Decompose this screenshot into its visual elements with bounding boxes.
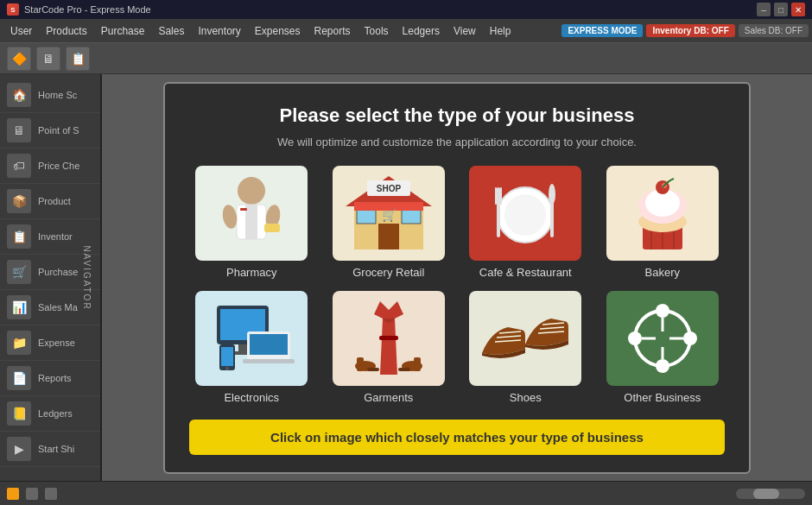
- menu-ledgers[interactable]: Ledgers: [396, 22, 447, 41]
- sales-db-badge: Sales DB: OFF: [739, 24, 809, 37]
- inventory-icon: 📋: [7, 224, 31, 249]
- svg-point-58: [656, 359, 669, 373]
- sidebar-label-purchase: Purchase: [38, 267, 78, 277]
- svg-rect-9: [378, 224, 399, 249]
- business-item-garments[interactable]: Garments: [327, 291, 452, 404]
- status-badges: EXPRESS MODE Inventory DB: OFF Sales DB:…: [561, 24, 809, 37]
- business-item-other[interactable]: Other Business: [600, 291, 726, 404]
- minimize-button[interactable]: –: [757, 3, 771, 16]
- business-item-shoes[interactable]: Shoes: [463, 291, 588, 404]
- pos-icon: 🖥: [7, 118, 31, 142]
- business-img-cafe: [469, 166, 581, 261]
- menu-view[interactable]: View: [447, 22, 483, 41]
- svg-rect-20: [500, 187, 502, 205]
- business-item-electronics[interactable]: Electronics: [189, 291, 314, 404]
- business-img-electronics: [195, 291, 308, 386]
- dialog-subtitle: We will optimize and customize the appli…: [189, 136, 725, 148]
- sidebar-label-sales: Sales Ma: [38, 302, 78, 312]
- svg-rect-42: [379, 336, 398, 340]
- menu-help[interactable]: Help: [483, 22, 518, 41]
- status-indicator-3: [45, 488, 57, 500]
- pharmacy-label: Pharmacy: [226, 266, 277, 279]
- svg-rect-48: [398, 368, 410, 371]
- title-bar-text: StarCode Pro - Express Mode: [24, 4, 151, 15]
- svg-text:🛒: 🛒: [381, 208, 396, 223]
- sidebar-item-ledgers[interactable]: 📒 Ledgers: [0, 396, 100, 432]
- title-bar: S StarCode Pro - Express Mode – □ ✕: [0, 0, 812, 19]
- business-img-pharmacy: [195, 166, 308, 261]
- business-img-bakery: [606, 166, 719, 261]
- business-item-pharmacy[interactable]: Pharmacy: [189, 166, 314, 279]
- expenses-icon: 📁: [7, 331, 31, 355]
- other-label: Other Business: [624, 391, 701, 404]
- home-icon: 🏠: [7, 83, 31, 107]
- scrollbar[interactable]: [736, 489, 805, 499]
- cta-banner[interactable]: Click on image which closely matches you…: [189, 420, 725, 455]
- sidebar-item-product[interactable]: 📦 Product: [0, 184, 100, 219]
- menu-expenses[interactable]: Expenses: [248, 22, 308, 41]
- menu-sales[interactable]: Sales: [151, 22, 191, 41]
- status-indicator-1: [7, 488, 19, 500]
- toolbar-btn-2[interactable]: 🖥: [36, 47, 60, 71]
- sidebar-item-home[interactable]: 🏠 Home Sc: [0, 78, 100, 113]
- svg-rect-45: [367, 368, 379, 371]
- shoes-label: Shoes: [510, 391, 542, 404]
- svg-point-59: [628, 331, 642, 345]
- title-bar-controls[interactable]: – □ ✕: [757, 3, 805, 16]
- svg-rect-44: [357, 357, 364, 371]
- sidebar-label-pos: Point of S: [38, 125, 79, 136]
- sidebar-item-start[interactable]: ▶ Start Shi: [0, 432, 100, 467]
- svg-rect-40: [221, 347, 233, 366]
- sidebar-item-purchase[interactable]: 🛒 Purchase: [0, 255, 100, 290]
- express-mode-badge: EXPRESS MODE: [561, 24, 643, 37]
- sales-icon: 📊: [7, 295, 31, 319]
- reports-icon: 📄: [7, 366, 31, 390]
- sidebar-item-expenses[interactable]: 📁 Expense: [0, 325, 100, 361]
- svg-point-57: [683, 331, 697, 345]
- maximize-button[interactable]: □: [774, 3, 788, 16]
- menu-tools[interactable]: Tools: [358, 22, 396, 41]
- menu-inventory[interactable]: Inventory: [191, 22, 247, 41]
- sidebar-label-product: Product: [38, 196, 71, 206]
- sidebar-item-inventory[interactable]: 📋 Inventor: [0, 219, 100, 255]
- toolbar-btn-3[interactable]: 📋: [66, 47, 90, 71]
- main-layout: 🏠 Home Sc 🖥 Point of S 🏷 Price Che 📦 Pro…: [0, 74, 812, 481]
- menu-user[interactable]: User: [3, 22, 39, 41]
- menu-reports[interactable]: Reports: [308, 22, 358, 41]
- business-type-dialog: Please select the type of your business …: [163, 82, 751, 474]
- business-img-grocery: SHOP 🛒: [333, 166, 445, 261]
- menu-bar: User Products Purchase Sales Inventory E…: [0, 19, 812, 43]
- svg-rect-6: [264, 224, 280, 232]
- close-button[interactable]: ✕: [791, 3, 805, 16]
- grocery-label: Grocery Retail: [352, 266, 424, 279]
- price-icon: 🏷: [7, 154, 31, 178]
- svg-point-56: [656, 304, 669, 318]
- scrollbar-thumb: [753, 489, 779, 499]
- business-item-cafe[interactable]: Cafe & Restaurant: [463, 166, 588, 279]
- cafe-label: Cafe & Restaurant: [479, 266, 572, 279]
- svg-point-4: [221, 204, 239, 230]
- sidebar-label-reports: Reports: [38, 373, 72, 383]
- ledgers-icon: 📒: [7, 401, 31, 426]
- sidebar-item-reports[interactable]: 📄 Reports: [0, 361, 100, 396]
- sidebar-item-price[interactable]: 🏷 Price Che: [0, 148, 100, 184]
- sidebar-label-price: Price Che: [38, 161, 79, 171]
- menu-purchase[interactable]: Purchase: [94, 22, 152, 41]
- purchase-icon: 🛒: [7, 260, 31, 284]
- menu-products[interactable]: Products: [39, 22, 93, 41]
- toolbar-btn-1[interactable]: 🔶: [7, 47, 31, 71]
- garments-label: Garments: [364, 391, 413, 404]
- status-bar: [0, 481, 812, 505]
- sidebar-label-home: Home Sc: [38, 90, 77, 100]
- business-grid: Pharmacy: [189, 166, 725, 404]
- sidebar-item-sales[interactable]: 📊 Sales Ma: [0, 290, 100, 325]
- business-item-grocery[interactable]: SHOP 🛒 Grocery Retail: [327, 166, 452, 279]
- status-indicator-2: [26, 488, 38, 500]
- svg-rect-34: [238, 344, 247, 351]
- start-icon: ▶: [7, 437, 31, 461]
- dialog-title: Please select the type of your business: [189, 104, 725, 127]
- business-item-bakery[interactable]: Bakery: [600, 166, 726, 279]
- sidebar-label-start: Start Shi: [38, 444, 74, 454]
- sidebar-label-expenses: Expense: [38, 338, 75, 348]
- sidebar-item-pos[interactable]: 🖥 Point of S: [0, 113, 100, 148]
